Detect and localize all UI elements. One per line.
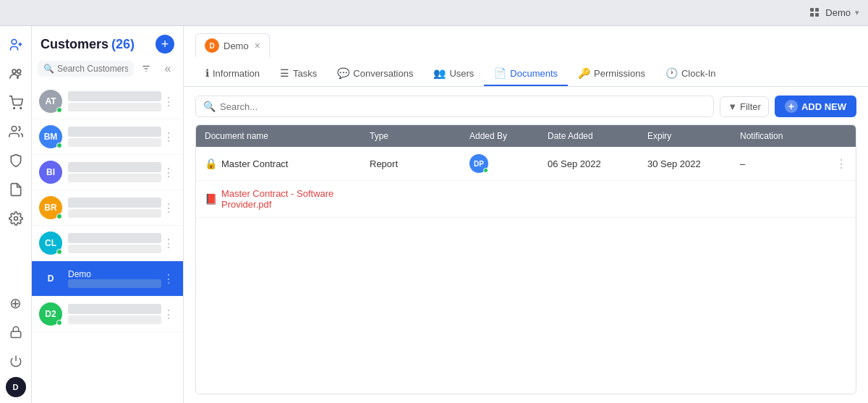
app-selector[interactable]: Demo ▾ [809,7,859,19]
col-actions [818,131,847,141]
plus-circle-icon: + [785,100,798,113]
left-nav: ⊕ D [0,26,32,403]
tab-permissions[interactable]: 🔑 Permissions [568,61,655,86]
doc-notification-cell: – [740,158,812,169]
tab-row: D Demo × [195,33,856,57]
svg-point-10 [20,108,21,109]
add-new-button[interactable]: + ADD NEW [775,96,856,117]
demo-avatar: D [205,38,219,53]
doc-search-input[interactable] [220,101,706,112]
sidebar-item[interactable]: BI ████████████ ████ ⋮ [32,155,183,190]
tab-documents[interactable]: 📄 Documents [484,61,568,86]
doc-name-cell: 🔒 Master Contract [205,158,364,169]
item-info: ████████ ██████ [68,233,161,253]
doc-name-link[interactable]: Master Contract [221,158,288,169]
svg-point-9 [13,108,14,109]
svg-rect-13 [11,331,21,337]
item-menu-icon[interactable]: ⋮ [161,129,176,145]
lock-doc-icon: 🔒 [205,158,217,169]
sidebar-item[interactable]: BM ██████████ ██████ ⋮ [32,119,183,155]
user-avatar[interactable]: D [6,377,26,397]
item-name: ███████████████ [68,198,161,208]
item-menu-icon[interactable]: ⋮ [161,235,176,252]
doc-name-link[interactable]: Master Contract - Software Provider.pdf [221,188,364,210]
grid-icon [809,7,821,19]
tab-users[interactable]: 👥 Users [423,61,484,86]
item-info: ████████████ ████ [68,162,161,182]
documents-content: 🔍 ▼ Filter + ADD NEW Document name Type … [184,87,868,403]
sidebar-item[interactable]: BR ███████████████ ████████ ⋮ [32,190,183,226]
sidebar-item-active[interactable]: D Demo ██████ ⋮ [32,261,183,297]
nav-icon-plus[interactable]: ⊕ [3,290,29,316]
added-by-avatar: DP [469,154,488,173]
sidebar-list: AT ████████ ████ ⋮ BM ██████████ ██████ … [32,84,183,403]
item-sub: ████████ [68,209,161,218]
item-menu-icon[interactable]: ⋮ [161,306,176,323]
nav-icon-shield[interactable] [3,148,29,174]
avatar: D2 [39,302,62,326]
avatar: BM [39,125,62,148]
nav-tabs: ℹ Information ☰ Tasks 💬 Conversations 👥 … [195,57,856,86]
item-info: Demo ██████ [68,269,161,288]
table-row[interactable]: 🔒 Master Contract Report DP 06 Sep 2022 … [196,147,856,181]
col-expiry: Expiry [647,131,734,141]
row-menu-icon[interactable]: ⋮ [818,157,847,171]
nav-icon-document[interactable] [3,177,29,203]
main-layout: ⊕ D Customers (26) + 🔍 [0,26,868,403]
tab-information[interactable]: ℹ Information [195,61,270,86]
item-sub: ████ [68,315,161,324]
tab-users-label: Users [449,68,474,79]
permissions-icon: 🔑 [578,67,590,79]
sidebar-header: Customers (26) + [32,26,183,59]
nav-icon-people-connect[interactable] [3,119,29,145]
search-icon: 🔍 [43,64,54,74]
filter-button[interactable]: ▼ Filter [720,96,769,117]
col-notification: Notification [740,131,812,141]
doc-date-added-cell: 06 Sep 2022 [548,158,642,169]
tasks-icon: ☰ [280,67,289,79]
customer-count: (26) [111,37,135,52]
item-name: ████████████ [68,162,161,172]
search-input[interactable] [57,64,128,74]
avatar: BR [39,196,62,219]
nav-icon-gear[interactable] [3,205,29,232]
nav-icon-lock[interactable] [3,319,29,345]
tab-clock-in[interactable]: 🕐 Clock-In [655,61,726,86]
app-name: Demo [825,7,851,18]
item-menu-icon[interactable]: ⋮ [161,200,176,216]
doc-added-by-cell: DP [469,154,542,173]
nav-icon-power[interactable] [3,348,29,374]
sidebar-item[interactable]: D2 ████████ ████ ⋮ [32,297,183,332]
svg-point-11 [12,127,17,132]
collapse-icon-btn[interactable]: « [158,59,177,78]
conversations-icon: 💬 [337,67,349,79]
item-menu-icon[interactable]: ⋮ [161,271,176,287]
nav-icon-groups[interactable] [3,61,29,87]
users-icon: 👥 [433,67,446,79]
demo-tab-label: Demo [224,41,249,51]
tab-information-label: Information [213,68,260,79]
filter-icon: ▼ [728,101,737,112]
svg-rect-0 [810,8,814,12]
sidebar-item[interactable]: CL ████████ ██████ ⋮ [32,226,183,261]
item-sub: ████ [68,174,161,182]
tab-conversations[interactable]: 💬 Conversations [327,61,423,86]
svg-rect-1 [815,8,819,12]
sidebar-item[interactable]: AT ████████ ████ ⋮ [32,84,183,119]
svg-point-8 [17,69,20,73]
tab-close-icon[interactable]: × [255,40,260,51]
demo-tab[interactable]: D Demo × [195,33,270,57]
svg-rect-2 [810,13,814,17]
item-menu-icon[interactable]: ⋮ [161,164,176,181]
nav-icon-cart[interactable] [3,90,29,116]
add-customer-button[interactable]: + [156,35,174,54]
tab-tasks[interactable]: ☰ Tasks [270,61,327,86]
table-row[interactable]: 📕 Master Contract - Software Provider.pd… [196,181,856,218]
nav-icon-person-add[interactable] [3,32,29,58]
filter-icon-btn[interactable] [137,59,156,78]
tab-clock-in-label: Clock-In [681,68,716,79]
tab-permissions-label: Permissions [594,68,645,79]
svg-point-12 [14,217,17,221]
pdf-doc-icon: 📕 [205,193,217,205]
item-menu-icon[interactable]: ⋮ [161,93,176,110]
